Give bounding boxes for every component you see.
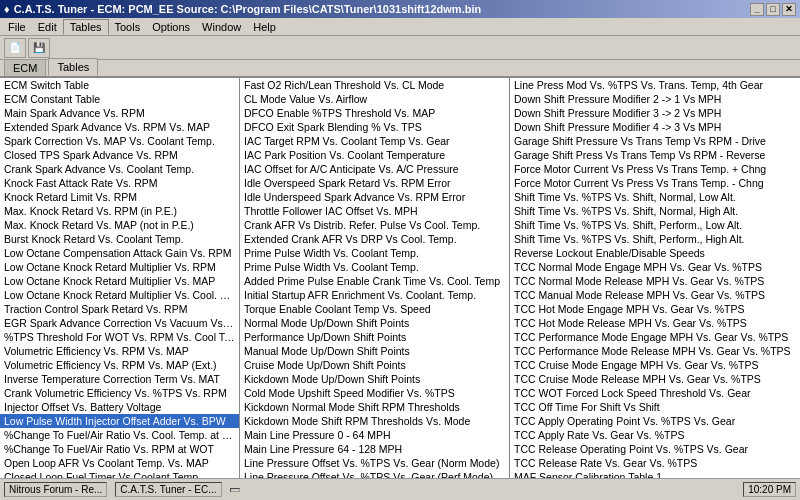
list-item[interactable]: TCC Manual Mode Release MPH Vs. Gear Vs.… [510, 288, 800, 302]
list-item[interactable]: Reverse Lockout Enable/Disable Speeds [510, 246, 800, 260]
list-item[interactable]: Down Shift Pressure Modifier 2 -> 1 Vs M… [510, 92, 800, 106]
list-item[interactable]: Line Pressure Offset Vs. %TPS Vs. Gear (… [240, 470, 509, 478]
toolbar-btn-1[interactable]: 📄 [4, 38, 26, 58]
list-item[interactable]: TCC Normal Mode Release MPH Vs. Gear Vs.… [510, 274, 800, 288]
list-item[interactable]: Kickdown Mode Up/Down Shift Points [240, 372, 509, 386]
list-item[interactable]: ECM Constant Table [0, 92, 239, 106]
list-item[interactable]: Kickdown Mode Shift RPM Thresholds Vs. M… [240, 414, 509, 428]
list-item[interactable]: Crank AFR Vs Distrib. Refer. Pulse Vs Co… [240, 218, 509, 232]
list-item[interactable]: TCC WOT Forced Lock Speed Threshold Vs. … [510, 386, 800, 400]
list-item[interactable]: Volumetric Efficiency Vs. RPM Vs. MAP (E… [0, 358, 239, 372]
list-item[interactable]: Low Pulse Width Injector Offset Adder Vs… [0, 414, 239, 428]
list-item[interactable]: IAC Offset for A/C Anticipate Vs. A/C Pr… [240, 162, 509, 176]
list-item[interactable]: Normal Mode Up/Down Shift Points [240, 316, 509, 330]
list-item[interactable]: IAC Park Position Vs. Coolant Temperatur… [240, 148, 509, 162]
menu-item-window[interactable]: Window [196, 20, 247, 34]
list-item[interactable]: Extended Spark Advance Vs. RPM Vs. MAP [0, 120, 239, 134]
list-item[interactable]: TCC Cruise Mode Release MPH Vs. Gear Vs.… [510, 372, 800, 386]
toolbar-btn-2[interactable]: 💾 [28, 38, 50, 58]
middle-panel[interactable]: Fast O2 Rich/Lean Threshold Vs. CL ModeC… [240, 78, 510, 478]
list-item[interactable]: Main Spark Advance Vs. RPM [0, 106, 239, 120]
list-item[interactable]: TCC Performance Mode Release MPH Vs. Gea… [510, 344, 800, 358]
list-item[interactable]: Low Octane Knock Retard Multiplier Vs. C… [0, 288, 239, 302]
list-item[interactable]: Prime Pulse Width Vs. Coolant Temp. [240, 260, 509, 274]
list-item[interactable]: Main Line Pressure 0 - 64 MPH [240, 428, 509, 442]
list-item[interactable]: TCC Off Time For Shift Vs Shift [510, 400, 800, 414]
list-item[interactable]: Shift Time Vs. %TPS Vs. Shift, Normal, H… [510, 204, 800, 218]
list-item[interactable]: Cold Mode Upshift Speed Modifier Vs. %TP… [240, 386, 509, 400]
menu-item-options[interactable]: Options [146, 20, 196, 34]
list-item[interactable]: Torque Enable Coolant Temp Vs. Speed [240, 302, 509, 316]
list-item[interactable]: Knock Fast Attack Rate Vs. RPM [0, 176, 239, 190]
list-item[interactable]: Shift Time Vs. %TPS Vs. Shift, Normal, L… [510, 190, 800, 204]
list-item[interactable]: Throttle Follower IAC Offset Vs. MPH [240, 204, 509, 218]
list-item[interactable]: Max. Knock Retard Vs. MAP (not in P.E.) [0, 218, 239, 232]
list-item[interactable]: DFCO Enable %TPS Threshold Vs. MAP [240, 106, 509, 120]
list-item[interactable]: Spark Correction Vs. MAP Vs. Coolant Tem… [0, 134, 239, 148]
list-item[interactable]: Force Motor Current Vs Press Vs Trans Te… [510, 162, 800, 176]
list-item[interactable]: Closed Loop Fuel Timer Vs Coolant Temp. [0, 470, 239, 478]
right-panel[interactable]: Line Press Mod Vs. %TPS Vs. Trans. Temp,… [510, 78, 800, 478]
list-item[interactable]: Added Prime Pulse Enable Crank Time Vs. … [240, 274, 509, 288]
list-item[interactable]: TCC Hot Mode Release MPH Vs. Gear Vs. %T… [510, 316, 800, 330]
list-item[interactable]: Force Motor Current Vs Press Vs Trans Te… [510, 176, 800, 190]
list-item[interactable]: EGR Spark Advance Correction Vs Vacuum V… [0, 316, 239, 330]
list-item[interactable]: Line Pressure Offset Vs. %TPS Vs. Gear (… [240, 456, 509, 470]
list-item[interactable]: TCC Release Operating Point Vs. %TPS Vs.… [510, 442, 800, 456]
list-item[interactable]: TCC Cruise Mode Engage MPH Vs. Gear Vs. … [510, 358, 800, 372]
list-item[interactable]: CL Mode Value Vs. Airflow [240, 92, 509, 106]
list-item[interactable]: Low Octane Knock Retard Multiplier Vs. R… [0, 260, 239, 274]
list-item[interactable]: Initial Startup AFR Enrichment Vs. Coola… [240, 288, 509, 302]
minimize-button[interactable]: _ [750, 3, 764, 16]
list-item[interactable]: Prime Pulse Width Vs. Coolant Temp. [240, 246, 509, 260]
list-item[interactable]: DFCO Exit Spark Blending % Vs. TPS [240, 120, 509, 134]
list-item[interactable]: Burst Knock Retard Vs. Coolant Temp. [0, 232, 239, 246]
list-item[interactable]: Inverse Temperature Correction Term Vs. … [0, 372, 239, 386]
list-item[interactable]: Low Octane Compensation Attack Gain Vs. … [0, 246, 239, 260]
menu-item-tools[interactable]: Tools [109, 20, 147, 34]
list-item[interactable]: IAC Target RPM Vs. Coolant Temp Vs. Gear [240, 134, 509, 148]
list-item[interactable]: Open Loop AFR Vs Coolant Temp. Vs. MAP [0, 456, 239, 470]
list-item[interactable]: Down Shift Pressure Modifier 4 -> 3 Vs M… [510, 120, 800, 134]
list-item[interactable]: TCC Apply Rate Vs. Gear Vs. %TPS [510, 428, 800, 442]
list-item[interactable]: Idle Underspeed Spark Advance Vs. RPM Er… [240, 190, 509, 204]
list-item[interactable]: Crank Volumetric Efficiency Vs. %TPS Vs.… [0, 386, 239, 400]
list-item[interactable]: ECM Switch Table [0, 78, 239, 92]
list-item[interactable]: Volumetric Efficiency Vs. RPM Vs. MAP [0, 344, 239, 358]
menu-item-file[interactable]: File [2, 20, 32, 34]
list-item[interactable]: Shift Time Vs. %TPS Vs. Shift, Perform.,… [510, 232, 800, 246]
list-item[interactable]: Cruise Mode Up/Down Shift Points [240, 358, 509, 372]
tab-tables[interactable]: Tables [48, 58, 98, 76]
list-item[interactable]: Kickdown Normal Mode Shift RPM Threshold… [240, 400, 509, 414]
list-item[interactable]: Down Shift Pressure Modifier 3 -> 2 Vs M… [510, 106, 800, 120]
list-item[interactable]: Shift Time Vs. %TPS Vs. Shift, Perform.,… [510, 218, 800, 232]
list-item[interactable]: Manual Mode Up/Down Shift Points [240, 344, 509, 358]
list-item[interactable]: Extended Crank AFR Vs DRP Vs Cool. Temp. [240, 232, 509, 246]
list-item[interactable]: Closed TPS Spark Advance Vs. RPM [0, 148, 239, 162]
list-item[interactable]: Traction Control Spark Retard Vs. RPM [0, 302, 239, 316]
list-item[interactable]: %TPS Threshold For WOT Vs. RPM Vs. Cool … [0, 330, 239, 344]
list-item[interactable]: TCC Performance Mode Engage MPH Vs. Gear… [510, 330, 800, 344]
list-item[interactable]: %Change To Fuel/Air Ratio Vs. Cool. Temp… [0, 428, 239, 442]
list-item[interactable]: Garage Shift Pressure Vs Trans Temp Vs R… [510, 134, 800, 148]
list-item[interactable]: %Change To Fuel/Air Ratio Vs. RPM at WOT [0, 442, 239, 456]
list-item[interactable]: Performance Up/Down Shift Points [240, 330, 509, 344]
menu-item-tables[interactable]: Tables [63, 19, 109, 35]
list-item[interactable]: Fast O2 Rich/Lean Threshold Vs. CL Mode [240, 78, 509, 92]
list-item[interactable]: Crank Spark Advance Vs. Coolant Temp. [0, 162, 239, 176]
list-item[interactable]: TCC Hot Mode Engage MPH Vs. Gear Vs. %TP… [510, 302, 800, 316]
menu-item-edit[interactable]: Edit [32, 20, 63, 34]
tab-ecm[interactable]: ECM [4, 59, 46, 76]
list-item[interactable]: Idle Overspeed Spark Retard Vs. RPM Erro… [240, 176, 509, 190]
list-item[interactable]: MAF Sensor Calibration Table 1 [510, 470, 800, 478]
left-panel[interactable]: ECM Switch TableECM Constant TableMain S… [0, 78, 240, 478]
list-item[interactable]: TCC Apply Operating Point Vs. %TPS Vs. G… [510, 414, 800, 428]
menu-item-help[interactable]: Help [247, 20, 282, 34]
list-item[interactable]: Injector Offset Vs. Battery Voltage [0, 400, 239, 414]
list-item[interactable]: Main Line Pressure 64 - 128 MPH [240, 442, 509, 456]
list-item[interactable]: Line Press Mod Vs. %TPS Vs. Trans. Temp,… [510, 78, 800, 92]
maximize-button[interactable]: □ [766, 3, 780, 16]
list-item[interactable]: TCC Normal Mode Engage MPH Vs. Gear Vs. … [510, 260, 800, 274]
close-button[interactable]: ✕ [782, 3, 796, 16]
list-item[interactable]: Garage Shift Press Vs Trans Temp Vs RPM … [510, 148, 800, 162]
